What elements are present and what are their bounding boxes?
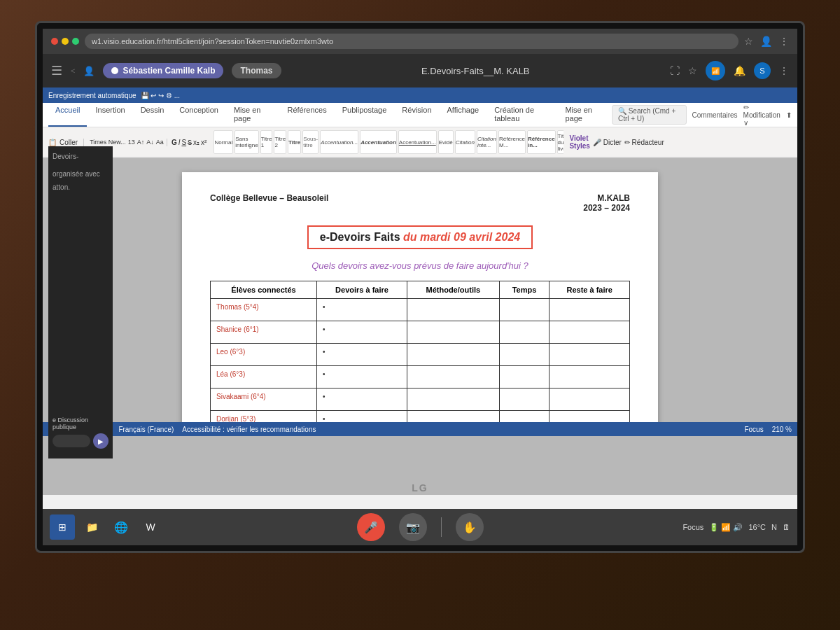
focus-label[interactable]: Focus	[744, 426, 763, 433]
method-cell-2[interactable]	[407, 344, 500, 366]
hand-raise-button[interactable]: ✋	[456, 513, 484, 541]
more-icon[interactable]: ⋮	[779, 36, 789, 47]
clear-format[interactable]: Aa	[156, 139, 164, 146]
time-cell-0[interactable]	[499, 299, 550, 321]
method-cell-5[interactable]	[407, 411, 500, 423]
taskbar-app-1[interactable]: 📁	[79, 514, 104, 540]
star-icon[interactable]: ☆	[688, 65, 697, 76]
user-avatar[interactable]: S	[754, 62, 771, 79]
rest-cell-2[interactable]	[550, 344, 630, 366]
grow-font[interactable]: A↑	[137, 139, 145, 146]
style-sous-titre[interactable]: Sous-titre	[302, 130, 318, 154]
homework-cell-5[interactable]: •	[323, 415, 326, 422]
mute-button[interactable]: 🎤	[357, 513, 385, 541]
italic-btn[interactable]: I	[178, 139, 181, 146]
method-cell-1[interactable]	[407, 321, 500, 344]
homework-cell-2[interactable]: •	[323, 348, 326, 356]
account-icon[interactable]: 👤	[760, 36, 772, 47]
taskbar-app-2[interactable]: 🌐	[108, 514, 134, 540]
close-dot[interactable]	[51, 38, 58, 45]
time-cell-4[interactable]	[499, 388, 550, 411]
document-canvas: Collège Bellevue – Beausoleil M.KALB 202…	[43, 158, 797, 422]
style-evide[interactable]: Evidé	[438, 130, 454, 154]
chat-send-button[interactable]: ▶	[93, 433, 108, 449]
homework-cell-4[interactable]: •	[323, 393, 326, 400]
method-cell-0[interactable]	[407, 299, 500, 321]
rest-cell-1[interactable]	[550, 321, 630, 344]
style-citation[interactable]: Citation	[455, 130, 475, 154]
strikethrough-btn[interactable]: S̶	[188, 139, 192, 146]
violet-style[interactable]: VioletStyles	[569, 134, 589, 150]
underline-btn[interactable]: S	[181, 139, 186, 146]
homework-cell-1[interactable]: •	[323, 326, 326, 333]
signal-strength-icon: 📶	[706, 61, 725, 80]
windows-btn[interactable]: ⊞	[50, 514, 75, 540]
tab-accueil[interactable]: Accueil	[48, 103, 87, 127]
bookmark-icon[interactable]: ☆	[744, 36, 753, 47]
table-row: Leo (6°3) •	[211, 344, 630, 366]
style-citation-intense[interactable]: Citation inte...	[477, 130, 497, 154]
tab-conception[interactable]: Conception	[172, 103, 225, 127]
time-cell-3[interactable]	[499, 366, 550, 388]
address-bar[interactable]: w1.visio.education.fr/html5client/join?s…	[85, 34, 738, 49]
time-cell-1[interactable]	[499, 321, 550, 344]
share-icon[interactable]: ⬆	[786, 111, 792, 119]
camera-button[interactable]: 📷	[399, 513, 427, 541]
search-bar[interactable]: 🔍 Search (Cmd + Ctrl + U)	[612, 105, 687, 125]
style-accentuation3[interactable]: Accentuation...	[398, 130, 437, 154]
commentaires-btn[interactable]: Commentaires	[692, 111, 738, 119]
more-options-icon[interactable]: ⋮	[779, 65, 789, 76]
method-cell-3[interactable]	[407, 366, 500, 388]
style-reference-intense[interactable]: Référence in...	[527, 130, 556, 154]
notification-icon[interactable]: 🔔	[734, 65, 746, 76]
paste-icon[interactable]: 📋	[48, 139, 57, 146]
dicter-btn[interactable]: 🎤 Dicter	[593, 139, 622, 146]
style-sans-interligne[interactable]: Sans interligne	[234, 130, 258, 154]
method-cell-4[interactable]	[407, 388, 500, 411]
title-prefix: e-Devoirs Faits	[320, 231, 403, 243]
maximize-dot[interactable]	[72, 38, 79, 45]
teams-profile-icon[interactable]: 👤	[83, 66, 94, 76]
tab-dessin[interactable]: Dessin	[134, 103, 172, 127]
rest-cell-0[interactable]	[550, 299, 630, 321]
tab-revision[interactable]: Révision	[395, 103, 438, 127]
style-titre[interactable]: Titre	[288, 130, 301, 154]
bold-btn[interactable]: G	[172, 139, 177, 146]
tab-creation-tableau[interactable]: Création de tableau	[487, 103, 556, 127]
shrink-font[interactable]: A↓	[146, 139, 154, 146]
superscript-btn[interactable]: x²	[201, 139, 206, 146]
teams-menu-icon[interactable]: ☰	[51, 63, 62, 78]
expand-icon[interactable]: ⛶	[670, 65, 680, 76]
time-cell-2[interactable]	[499, 344, 550, 366]
taskbar-app-word[interactable]: W	[138, 514, 163, 540]
rest-cell-5[interactable]	[550, 411, 630, 423]
teams-back-icon[interactable]: <	[71, 66, 75, 75]
rest-cell-3[interactable]	[550, 366, 630, 388]
redacteur-btn[interactable]: ✏ Rédacteur	[624, 139, 664, 146]
tab-publipostage[interactable]: Publipostage	[335, 103, 394, 127]
homework-cell-0[interactable]: •	[323, 303, 326, 311]
tab-affichage[interactable]: Affichage	[440, 103, 486, 127]
teacher-name: M.KALB	[583, 193, 630, 203]
style-titre2[interactable]: Titre 2	[274, 130, 286, 154]
tab-insertion[interactable]: Insertion	[88, 103, 132, 127]
style-normal[interactable]: Normal	[214, 130, 233, 154]
tab-mise-en-page-2[interactable]: Mise en page	[558, 103, 610, 127]
style-reference[interactable]: Référence M...	[498, 130, 526, 154]
style-titre-livre[interactable]: Titre du livre	[557, 130, 564, 154]
font-name[interactable]: Times New...	[90, 139, 126, 146]
style-accentuation2[interactable]: Accentuation	[360, 130, 397, 154]
style-titre1[interactable]: Titre 1	[260, 130, 273, 154]
homework-cell-3[interactable]: •	[323, 370, 326, 378]
tab-references[interactable]: Références	[280, 103, 333, 127]
zoom-level[interactable]: 210 %	[772, 426, 792, 433]
minimize-dot[interactable]	[62, 38, 69, 45]
rest-cell-4[interactable]	[550, 388, 630, 411]
font-size[interactable]: 13	[128, 139, 135, 146]
notification-center[interactable]: 🗓	[783, 523, 790, 531]
subscript-btn[interactable]: x₂	[193, 139, 200, 146]
time-cell-5[interactable]	[499, 411, 550, 423]
style-accentuation[interactable]: Accentuation...	[320, 130, 358, 154]
modification-btn[interactable]: ✏ Modification ∨	[743, 104, 780, 127]
tab-mise-en-page[interactable]: Mise en page	[227, 103, 279, 127]
